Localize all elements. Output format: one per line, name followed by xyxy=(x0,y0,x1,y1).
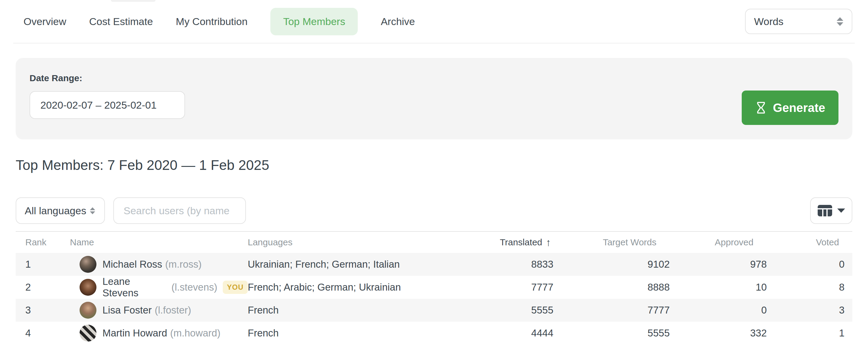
generate-button-label: Generate xyxy=(773,101,825,115)
member-languages: French; Arabic; German; Ukrainian xyxy=(248,282,456,293)
caret-down-icon xyxy=(837,208,845,213)
table-header-row: Rank Name Languages Translated ↑ Target … xyxy=(16,231,852,253)
avatar xyxy=(80,279,96,296)
tab-archive[interactable]: Archive xyxy=(381,16,415,27)
tab-overview[interactable]: Overview xyxy=(24,16,66,27)
select-updown-icon xyxy=(90,207,95,214)
language-filter-value: All languages xyxy=(25,205,86,217)
member-rank: 1 xyxy=(16,259,70,270)
top-members-report-page: Overview Cost Estimate My Contribution T… xyxy=(0,0,868,344)
table-row[interactable]: 2 Leane Stevens (l.stevens) YOU French; … xyxy=(16,276,852,299)
generate-button[interactable]: Generate xyxy=(742,90,838,125)
member-languages: Ukrainian; French; German; Italian xyxy=(248,259,456,270)
table-filters: All languages xyxy=(16,197,852,224)
date-range-input[interactable] xyxy=(30,91,185,119)
avatar xyxy=(80,325,96,342)
avatar xyxy=(80,256,96,273)
column-header-voted[interactable]: Voted xyxy=(767,237,852,248)
column-header-translated-label: Translated xyxy=(500,237,542,248)
sort-ascending-icon: ↑ xyxy=(546,236,551,248)
table-columns-icon xyxy=(817,205,832,217)
member-approved: 978 xyxy=(670,259,767,270)
member-translated: 8833 xyxy=(456,259,553,270)
member-username: (m.howard) xyxy=(170,327,221,339)
avatar xyxy=(80,302,96,319)
member-approved: 0 xyxy=(670,305,767,316)
member-target-words: 5555 xyxy=(553,327,670,339)
column-header-translated[interactable]: Translated ↑ xyxy=(456,236,553,248)
member-name[interactable]: Michael Ross xyxy=(102,259,162,270)
tabbar-divider xyxy=(13,43,855,44)
you-badge: YOU xyxy=(223,281,248,294)
table-body: 1 Michael Ross (m.ross) YOU Ukrainian; F… xyxy=(16,253,852,344)
member-languages: French xyxy=(248,327,456,339)
tab-my-contribution[interactable]: My Contribution xyxy=(176,16,247,27)
report-tab-bar: Overview Cost Estimate My Contribution T… xyxy=(0,0,868,43)
member-target-words: 8888 xyxy=(553,282,670,293)
member-voted: 0 xyxy=(767,259,852,270)
member-name[interactable]: Martin Howard xyxy=(102,327,167,339)
select-updown-icon xyxy=(837,17,843,26)
unit-select[interactable]: Words xyxy=(745,9,852,34)
member-languages: French xyxy=(248,305,456,316)
page-title: Top Members: 7 Feb 2020 — 1 Feb 2025 xyxy=(16,156,852,174)
date-range-label: Date Range: xyxy=(30,73,838,83)
unit-select-value: Words xyxy=(754,16,784,27)
member-rank: 3 xyxy=(16,305,70,316)
tab-cost-estimate[interactable]: Cost Estimate xyxy=(89,16,153,27)
language-filter-select[interactable]: All languages xyxy=(16,197,105,224)
report-tabs: Overview Cost Estimate My Contribution T… xyxy=(24,8,415,35)
tab-top-members[interactable]: Top Members xyxy=(270,8,358,35)
member-voted: 3 xyxy=(767,305,852,316)
member-target-words: 9102 xyxy=(553,259,670,270)
scrolled-element-remnant xyxy=(111,0,156,2)
search-users-input[interactable] xyxy=(113,197,246,224)
columns-settings-button[interactable] xyxy=(810,197,852,224)
member-approved: 10 xyxy=(670,282,767,293)
member-voted: 1 xyxy=(767,327,852,339)
column-header-name: Name xyxy=(70,237,248,248)
member-translated: 7777 xyxy=(456,282,553,293)
member-username: (l.foster) xyxy=(155,305,191,316)
member-rank: 2 xyxy=(16,282,70,293)
member-username: (l.stevens) xyxy=(172,282,217,293)
member-approved: 332 xyxy=(670,327,767,339)
top-members-table: Rank Name Languages Translated ↑ Target … xyxy=(16,231,852,344)
date-range-panel: Date Range: Generate xyxy=(16,58,852,139)
table-row[interactable]: 4 Martin Howard (m.howard) YOU French 44… xyxy=(16,322,852,344)
column-header-languages: Languages xyxy=(248,237,456,248)
column-header-target-words[interactable]: Target Words xyxy=(553,237,670,248)
member-username: (m.ross) xyxy=(165,259,202,270)
table-row[interactable]: 1 Michael Ross (m.ross) YOU Ukrainian; F… xyxy=(16,253,852,276)
member-name[interactable]: Leane Stevens xyxy=(102,276,168,299)
member-target-words: 7777 xyxy=(553,305,670,316)
member-voted: 8 xyxy=(767,282,852,293)
table-row[interactable]: 3 Lisa Foster (l.foster) YOU French 5555… xyxy=(16,299,852,322)
hourglass-icon xyxy=(755,101,767,114)
member-rank: 4 xyxy=(16,327,70,339)
member-translated: 4444 xyxy=(456,327,553,339)
member-name[interactable]: Lisa Foster xyxy=(102,305,152,316)
member-translated: 5555 xyxy=(456,305,553,316)
column-header-rank: Rank xyxy=(16,237,70,248)
column-header-approved[interactable]: Approved xyxy=(670,237,767,248)
